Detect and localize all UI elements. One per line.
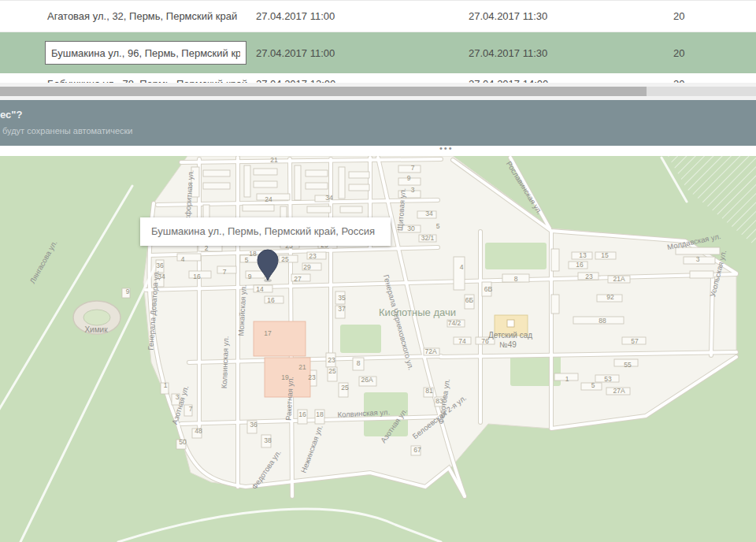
svg-text:Колвинская ул.: Колвинская ул. xyxy=(220,336,230,388)
address-table: Агатовая ул., 32, Пермь, Пермский край 2… xyxy=(0,0,756,83)
svg-text:6В: 6В xyxy=(484,285,493,293)
svg-text:16: 16 xyxy=(193,273,201,280)
svg-text:5: 5 xyxy=(591,381,595,389)
svg-text:6Б: 6Б xyxy=(465,296,474,304)
start-time-cell[interactable]: 27.04.2017 12:00 xyxy=(256,73,469,83)
map-view[interactable]: Лянгасова ул.Генерала Доватора ул.Фосфор… xyxy=(0,156,756,542)
value-cell[interactable]: 20 xyxy=(673,47,756,59)
kindergarten-label-1: Детский сад xyxy=(488,331,532,340)
address-cell[interactable]: Бабушкина ул., 78, Пермь, Пермский край xyxy=(0,73,256,83)
svg-text:7: 7 xyxy=(223,268,227,276)
panel-divider: ••• xyxy=(0,146,756,156)
svg-text:7: 7 xyxy=(189,405,193,413)
svg-text:34: 34 xyxy=(325,194,333,202)
svg-text:5: 5 xyxy=(436,222,440,230)
end-time-cell[interactable]: 27.04.2017 11:30 xyxy=(469,47,673,59)
start-time-cell[interactable]: 27.04.2017 11:00 xyxy=(256,47,469,59)
svg-text:14: 14 xyxy=(256,285,264,293)
svg-text:7: 7 xyxy=(411,164,415,172)
locality-label: Кислотные дачи xyxy=(379,306,456,318)
svg-text:35: 35 xyxy=(338,294,346,302)
table-row[interactable]: Бабушкина ул., 78, Пермь, Пермский край … xyxy=(0,73,756,83)
svg-text:3: 3 xyxy=(176,393,180,401)
save-banner: ес"? будут сохранены автоматически xyxy=(0,100,756,146)
svg-text:23: 23 xyxy=(308,373,316,381)
svg-text:27: 27 xyxy=(294,275,302,283)
horizontal-scrollbar xyxy=(0,83,756,100)
address-cell[interactable]: Агатовая ул., 32, Пермь, Пермский край xyxy=(0,10,256,22)
svg-text:16: 16 xyxy=(298,410,306,418)
svg-text:50: 50 xyxy=(179,438,187,446)
svg-text:3: 3 xyxy=(411,186,415,194)
svg-text:21А: 21А xyxy=(613,275,624,283)
end-time-cell[interactable]: 27.04.2017 14:00 xyxy=(469,73,673,83)
svg-text:67: 67 xyxy=(413,446,421,454)
value-cell[interactable]: 20 xyxy=(673,10,756,22)
svg-text:74/2: 74/2 xyxy=(448,319,461,327)
map-canvas[interactable]: Лянгасова ул.Генерала Доватора ул.Фосфор… xyxy=(0,156,756,542)
svg-text:48: 48 xyxy=(195,427,202,435)
svg-text:38: 38 xyxy=(264,436,272,444)
svg-text:1: 1 xyxy=(164,381,168,389)
svg-text:23: 23 xyxy=(585,273,593,280)
svg-text:21: 21 xyxy=(298,363,306,371)
svg-text:57: 57 xyxy=(631,337,639,345)
svg-text:23: 23 xyxy=(328,356,335,364)
kindergarten-icon xyxy=(507,320,514,327)
svg-text:4: 4 xyxy=(460,263,464,271)
svg-text:15: 15 xyxy=(601,251,609,259)
svg-text:8: 8 xyxy=(357,359,361,367)
svg-text:26А: 26А xyxy=(361,376,372,384)
svg-text:30: 30 xyxy=(407,225,415,232)
svg-text:72А: 72А xyxy=(424,347,436,355)
svg-text:8: 8 xyxy=(514,275,518,283)
svg-text:21: 21 xyxy=(270,156,278,164)
table-row[interactable]: Агатовая ул., 32, Пермь, Пермский край 2… xyxy=(0,1,756,32)
svg-text:13: 13 xyxy=(579,251,587,259)
svg-text:16: 16 xyxy=(576,261,584,269)
svg-text:53: 53 xyxy=(604,375,612,383)
start-time-cell[interactable]: 27.04.2017 11:00 xyxy=(256,10,469,22)
svg-text:16: 16 xyxy=(267,296,275,304)
svg-text:25: 25 xyxy=(328,367,336,375)
svg-text:9: 9 xyxy=(407,174,411,182)
svg-text:25: 25 xyxy=(281,255,289,263)
svg-text:88: 88 xyxy=(598,317,606,325)
table-row-selected[interactable]: 27.04.2017 11:00 27.04.2017 11:30 20 xyxy=(0,32,756,73)
scrollbar-track[interactable] xyxy=(0,87,756,96)
address-edit-input[interactable] xyxy=(45,41,246,65)
end-time-cell[interactable]: 27.04.2017 11:30 xyxy=(469,10,673,22)
drag-handle-icon[interactable]: ••• xyxy=(439,143,454,153)
svg-text:18: 18 xyxy=(249,250,257,258)
kindergarten-label-2: №49 xyxy=(499,340,517,349)
svg-text:4: 4 xyxy=(181,255,185,263)
svg-text:9: 9 xyxy=(126,288,130,295)
svg-text:55: 55 xyxy=(624,361,632,369)
svg-text:1: 1 xyxy=(565,375,569,383)
svg-text:34: 34 xyxy=(425,210,433,217)
svg-text:83: 83 xyxy=(435,397,443,405)
svg-text:34: 34 xyxy=(158,273,165,280)
address-cell-editing xyxy=(0,41,256,65)
svg-text:24: 24 xyxy=(265,195,272,203)
svg-text:19: 19 xyxy=(281,373,289,381)
svg-text:17: 17 xyxy=(264,329,272,337)
map-tooltip: Бушмакина ул., Пермь, Пермский край, Рос… xyxy=(140,217,391,246)
banner-title: ес"? xyxy=(0,109,756,121)
svg-text:32/1: 32/1 xyxy=(421,234,435,242)
svg-text:3: 3 xyxy=(696,255,700,263)
svg-text:36: 36 xyxy=(250,421,258,429)
value-cell[interactable]: 20 xyxy=(673,73,756,83)
svg-text:81: 81 xyxy=(425,387,433,395)
svg-text:25: 25 xyxy=(341,384,349,392)
scrollbar-thumb[interactable] xyxy=(0,87,647,96)
svg-text:27А: 27А xyxy=(613,387,624,395)
app-screen: Агатовая ул., 32, Пермь, Пермский край 2… xyxy=(0,0,756,542)
svg-text:37: 37 xyxy=(338,305,346,313)
stadium-label: Химик xyxy=(84,325,108,334)
svg-text:36: 36 xyxy=(156,262,164,269)
svg-text:23: 23 xyxy=(309,252,317,260)
svg-text:74: 74 xyxy=(458,337,466,345)
svg-text:29: 29 xyxy=(303,263,311,271)
svg-text:5: 5 xyxy=(245,256,249,264)
